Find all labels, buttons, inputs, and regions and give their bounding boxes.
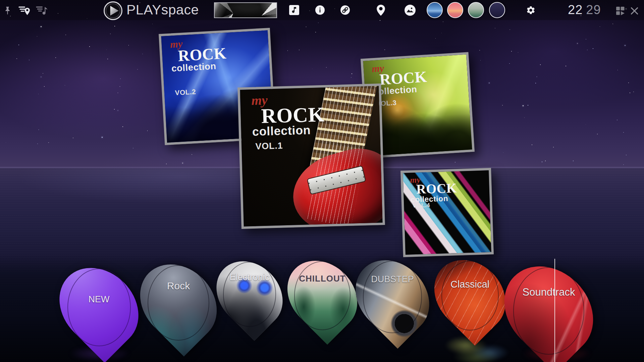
album-cover-vol4[interactable]: my ROCK collection VOL.4: [400, 168, 494, 257]
genre-pin-classical[interactable]: Classical: [438, 257, 502, 335]
album-subtitle: collection: [252, 124, 325, 138]
genre-pin-rock[interactable]: Rock: [144, 261, 213, 345]
genre-pin-chillout[interactable]: CHILLOUT: [291, 257, 354, 334]
queue-music-icon[interactable]: [36, 5, 48, 16]
location-pin-icon[interactable]: [376, 4, 385, 16]
album-text: my ROCK collection: [410, 174, 457, 204]
pushpin-icon[interactable]: [5, 6, 10, 15]
album-volume: VOL.1: [255, 140, 283, 152]
genre-pin-electronic[interactable]: Electronic: [220, 258, 279, 330]
genre-pin-new[interactable]: NEW: [64, 264, 134, 351]
album-cover-vol1[interactable]: my ROCK collection VOL.1: [237, 83, 385, 229]
album-volume: VOL.4: [413, 201, 430, 209]
album-title: ROCK: [177, 45, 227, 64]
app-title: PLAYspace: [126, 2, 199, 18]
music-note-icon[interactable]: [289, 5, 299, 15]
scene-preset-misty-green[interactable]: [468, 2, 484, 18]
clock-hours: 22: [568, 3, 583, 17]
playspace-window: PLAYspace: [0, 0, 644, 362]
album-title: ROCK: [261, 104, 325, 126]
genre-pin-dubstep[interactable]: DUBSTEP: [360, 257, 425, 337]
top-toolbar: PLAYspace: [0, 0, 644, 20]
genre-pin-soundtrack[interactable]: Soundtrack: [509, 262, 588, 359]
scene-preset-sunset-pink[interactable]: [447, 2, 463, 18]
play-logo-icon[interactable]: [103, 1, 123, 20]
album-text: my ROCK collection: [170, 37, 227, 73]
gear-icon[interactable]: [526, 5, 536, 15]
close-icon[interactable]: [630, 7, 639, 15]
album-text: my ROCK collection: [251, 92, 325, 138]
info-icon[interactable]: [315, 5, 325, 15]
album-volume: VOL.2: [175, 88, 196, 97]
now-playing-artwork[interactable]: [214, 2, 277, 18]
album-title: ROCK: [416, 182, 457, 196]
clock: 2229: [568, 3, 601, 17]
scene-preset-ocean-day[interactable]: [427, 2, 443, 18]
clock-minutes: 29: [586, 3, 601, 17]
link-icon[interactable]: [340, 5, 350, 15]
scene-preset-night-purple[interactable]: [489, 2, 505, 18]
gallery-icon[interactable]: [404, 4, 416, 16]
queue-to-location-icon[interactable]: [18, 5, 31, 16]
apps-grid-play-icon[interactable]: [616, 6, 625, 15]
